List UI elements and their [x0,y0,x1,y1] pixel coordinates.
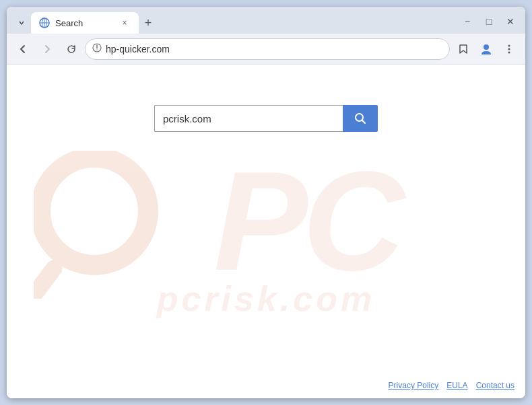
eula-link[interactable]: EULA [446,381,467,390]
tab-strip: Search × + [12,7,458,34]
search-icon [354,112,366,124]
svg-point-9 [508,48,510,50]
active-tab[interactable]: Search × [31,12,139,34]
back-button[interactable] [12,38,34,60]
watermark-magnifier [34,151,168,301]
bookmark-button[interactable] [453,38,474,60]
nav-bar: hp-quicker.com [7,34,525,65]
address-text: hp-quicker.com [106,44,442,54]
search-button[interactable] [343,105,378,132]
browser-window: Search × + − □ ✕ hp-quicker.com [7,7,525,398]
watermark-pcrisk-text: pcrisk.com [157,279,376,319]
window-controls: − □ ✕ [458,12,520,34]
tab-title: Search [55,18,113,28]
privacy-policy-link[interactable]: Privacy Policy [389,381,439,390]
new-tab-button[interactable]: + [139,12,158,34]
site-info-icon [92,43,102,54]
watermark-pc-letters: PC [213,151,399,292]
search-input[interactable] [154,105,343,132]
tab-scroll-arrow[interactable] [12,12,31,34]
svg-line-12 [34,268,54,295]
svg-point-8 [508,44,510,46]
tab-favicon [39,17,50,28]
menu-button[interactable] [498,38,520,60]
minimize-button[interactable]: − [458,12,477,31]
svg-point-6 [96,49,98,50]
svg-line-14 [362,120,366,124]
footer: Privacy Policy EULA Contact us [389,381,514,390]
nav-right-icons [453,38,520,60]
search-container [154,105,378,132]
address-bar[interactable]: hp-quicker.com [85,38,450,60]
title-bar: Search × + − □ ✕ [7,7,525,34]
tab-close-button[interactable]: × [119,17,131,29]
reload-button[interactable] [61,38,82,60]
maximize-button[interactable]: □ [479,12,498,31]
svg-point-7 [484,44,489,50]
svg-point-11 [40,157,148,265]
svg-point-10 [508,51,510,53]
profile-button[interactable] [475,38,497,60]
page-content: PC pcrisk.com Privacy Policy EULA Contac… [7,65,525,398]
forward-button[interactable] [36,38,58,60]
close-button[interactable]: ✕ [501,12,520,31]
contact-us-link[interactable]: Contact us [476,381,514,390]
